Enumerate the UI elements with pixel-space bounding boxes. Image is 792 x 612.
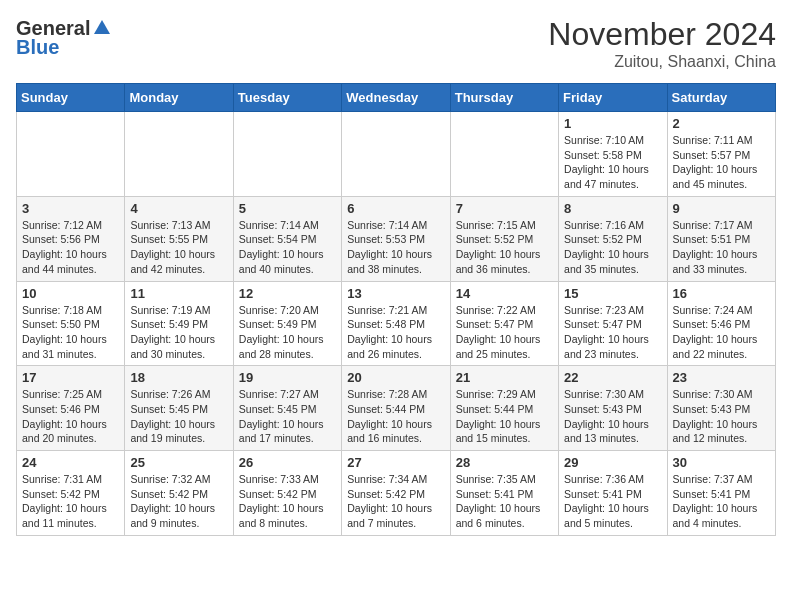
- day-info: Sunrise: 7:18 AMSunset: 5:50 PMDaylight:…: [22, 303, 119, 362]
- calendar-cell: 6Sunrise: 7:14 AMSunset: 5:53 PMDaylight…: [342, 196, 450, 281]
- calendar-cell: 27Sunrise: 7:34 AMSunset: 5:42 PMDayligh…: [342, 451, 450, 536]
- svg-marker-0: [94, 20, 110, 34]
- calendar-week-5: 24Sunrise: 7:31 AMSunset: 5:42 PMDayligh…: [17, 451, 776, 536]
- calendar-cell: 9Sunrise: 7:17 AMSunset: 5:51 PMDaylight…: [667, 196, 775, 281]
- day-number: 12: [239, 286, 336, 301]
- calendar-header-row: SundayMondayTuesdayWednesdayThursdayFrid…: [17, 84, 776, 112]
- day-info: Sunrise: 7:11 AMSunset: 5:57 PMDaylight:…: [673, 133, 770, 192]
- day-number: 13: [347, 286, 444, 301]
- day-info: Sunrise: 7:30 AMSunset: 5:43 PMDaylight:…: [673, 387, 770, 446]
- day-number: 16: [673, 286, 770, 301]
- day-info: Sunrise: 7:23 AMSunset: 5:47 PMDaylight:…: [564, 303, 661, 362]
- calendar-cell: 23Sunrise: 7:30 AMSunset: 5:43 PMDayligh…: [667, 366, 775, 451]
- calendar-cell: 22Sunrise: 7:30 AMSunset: 5:43 PMDayligh…: [559, 366, 667, 451]
- day-info: Sunrise: 7:33 AMSunset: 5:42 PMDaylight:…: [239, 472, 336, 531]
- calendar-cell: [233, 112, 341, 197]
- day-info: Sunrise: 7:17 AMSunset: 5:51 PMDaylight:…: [673, 218, 770, 277]
- day-number: 23: [673, 370, 770, 385]
- day-info: Sunrise: 7:36 AMSunset: 5:41 PMDaylight:…: [564, 472, 661, 531]
- day-number: 26: [239, 455, 336, 470]
- calendar-week-3: 10Sunrise: 7:18 AMSunset: 5:50 PMDayligh…: [17, 281, 776, 366]
- calendar-cell: 19Sunrise: 7:27 AMSunset: 5:45 PMDayligh…: [233, 366, 341, 451]
- weekday-header-wednesday: Wednesday: [342, 84, 450, 112]
- calendar-cell: 18Sunrise: 7:26 AMSunset: 5:45 PMDayligh…: [125, 366, 233, 451]
- day-info: Sunrise: 7:37 AMSunset: 5:41 PMDaylight:…: [673, 472, 770, 531]
- logo-triangle-icon: [93, 18, 111, 40]
- calendar-cell: 26Sunrise: 7:33 AMSunset: 5:42 PMDayligh…: [233, 451, 341, 536]
- calendar-cell: 30Sunrise: 7:37 AMSunset: 5:41 PMDayligh…: [667, 451, 775, 536]
- weekday-header-tuesday: Tuesday: [233, 84, 341, 112]
- weekday-header-saturday: Saturday: [667, 84, 775, 112]
- day-info: Sunrise: 7:14 AMSunset: 5:53 PMDaylight:…: [347, 218, 444, 277]
- day-info: Sunrise: 7:25 AMSunset: 5:46 PMDaylight:…: [22, 387, 119, 446]
- day-number: 21: [456, 370, 553, 385]
- day-info: Sunrise: 7:12 AMSunset: 5:56 PMDaylight:…: [22, 218, 119, 277]
- day-number: 9: [673, 201, 770, 216]
- calendar-cell: 12Sunrise: 7:20 AMSunset: 5:49 PMDayligh…: [233, 281, 341, 366]
- calendar-cell: 15Sunrise: 7:23 AMSunset: 5:47 PMDayligh…: [559, 281, 667, 366]
- calendar: SundayMondayTuesdayWednesdayThursdayFrid…: [16, 83, 776, 536]
- day-info: Sunrise: 7:21 AMSunset: 5:48 PMDaylight:…: [347, 303, 444, 362]
- day-info: Sunrise: 7:26 AMSunset: 5:45 PMDaylight:…: [130, 387, 227, 446]
- calendar-cell: 17Sunrise: 7:25 AMSunset: 5:46 PMDayligh…: [17, 366, 125, 451]
- calendar-week-1: 1Sunrise: 7:10 AMSunset: 5:58 PMDaylight…: [17, 112, 776, 197]
- logo: General Blue: [16, 16, 111, 59]
- calendar-week-4: 17Sunrise: 7:25 AMSunset: 5:46 PMDayligh…: [17, 366, 776, 451]
- day-number: 22: [564, 370, 661, 385]
- page-header: General Blue November 2024 Zuitou, Shaan…: [16, 16, 776, 71]
- day-info: Sunrise: 7:20 AMSunset: 5:49 PMDaylight:…: [239, 303, 336, 362]
- day-info: Sunrise: 7:35 AMSunset: 5:41 PMDaylight:…: [456, 472, 553, 531]
- calendar-cell: 8Sunrise: 7:16 AMSunset: 5:52 PMDaylight…: [559, 196, 667, 281]
- day-number: 10: [22, 286, 119, 301]
- calendar-cell: [450, 112, 558, 197]
- calendar-cell: 28Sunrise: 7:35 AMSunset: 5:41 PMDayligh…: [450, 451, 558, 536]
- weekday-header-sunday: Sunday: [17, 84, 125, 112]
- day-info: Sunrise: 7:22 AMSunset: 5:47 PMDaylight:…: [456, 303, 553, 362]
- day-info: Sunrise: 7:10 AMSunset: 5:58 PMDaylight:…: [564, 133, 661, 192]
- calendar-cell: 13Sunrise: 7:21 AMSunset: 5:48 PMDayligh…: [342, 281, 450, 366]
- day-number: 2: [673, 116, 770, 131]
- calendar-cell: 21Sunrise: 7:29 AMSunset: 5:44 PMDayligh…: [450, 366, 558, 451]
- calendar-cell: 25Sunrise: 7:32 AMSunset: 5:42 PMDayligh…: [125, 451, 233, 536]
- day-info: Sunrise: 7:13 AMSunset: 5:55 PMDaylight:…: [130, 218, 227, 277]
- day-info: Sunrise: 7:16 AMSunset: 5:52 PMDaylight:…: [564, 218, 661, 277]
- day-number: 11: [130, 286, 227, 301]
- day-number: 19: [239, 370, 336, 385]
- day-info: Sunrise: 7:34 AMSunset: 5:42 PMDaylight:…: [347, 472, 444, 531]
- day-number: 24: [22, 455, 119, 470]
- day-number: 15: [564, 286, 661, 301]
- calendar-cell: [125, 112, 233, 197]
- day-number: 29: [564, 455, 661, 470]
- location-title: Zuitou, Shaanxi, China: [548, 53, 776, 71]
- calendar-cell: 14Sunrise: 7:22 AMSunset: 5:47 PMDayligh…: [450, 281, 558, 366]
- day-number: 17: [22, 370, 119, 385]
- calendar-cell: 5Sunrise: 7:14 AMSunset: 5:54 PMDaylight…: [233, 196, 341, 281]
- calendar-cell: 1Sunrise: 7:10 AMSunset: 5:58 PMDaylight…: [559, 112, 667, 197]
- month-title: November 2024: [548, 16, 776, 53]
- day-info: Sunrise: 7:24 AMSunset: 5:46 PMDaylight:…: [673, 303, 770, 362]
- day-info: Sunrise: 7:29 AMSunset: 5:44 PMDaylight:…: [456, 387, 553, 446]
- day-info: Sunrise: 7:32 AMSunset: 5:42 PMDaylight:…: [130, 472, 227, 531]
- day-number: 20: [347, 370, 444, 385]
- calendar-cell: 16Sunrise: 7:24 AMSunset: 5:46 PMDayligh…: [667, 281, 775, 366]
- day-number: 4: [130, 201, 227, 216]
- weekday-header-thursday: Thursday: [450, 84, 558, 112]
- calendar-cell: 20Sunrise: 7:28 AMSunset: 5:44 PMDayligh…: [342, 366, 450, 451]
- weekday-header-monday: Monday: [125, 84, 233, 112]
- calendar-week-2: 3Sunrise: 7:12 AMSunset: 5:56 PMDaylight…: [17, 196, 776, 281]
- day-number: 8: [564, 201, 661, 216]
- day-number: 6: [347, 201, 444, 216]
- day-number: 14: [456, 286, 553, 301]
- day-info: Sunrise: 7:14 AMSunset: 5:54 PMDaylight:…: [239, 218, 336, 277]
- day-number: 1: [564, 116, 661, 131]
- day-info: Sunrise: 7:27 AMSunset: 5:45 PMDaylight:…: [239, 387, 336, 446]
- calendar-cell: [17, 112, 125, 197]
- calendar-cell: 3Sunrise: 7:12 AMSunset: 5:56 PMDaylight…: [17, 196, 125, 281]
- calendar-cell: 10Sunrise: 7:18 AMSunset: 5:50 PMDayligh…: [17, 281, 125, 366]
- weekday-header-friday: Friday: [559, 84, 667, 112]
- day-number: 30: [673, 455, 770, 470]
- logo-blue: Blue: [16, 36, 59, 59]
- calendar-cell: 29Sunrise: 7:36 AMSunset: 5:41 PMDayligh…: [559, 451, 667, 536]
- calendar-cell: 24Sunrise: 7:31 AMSunset: 5:42 PMDayligh…: [17, 451, 125, 536]
- day-number: 7: [456, 201, 553, 216]
